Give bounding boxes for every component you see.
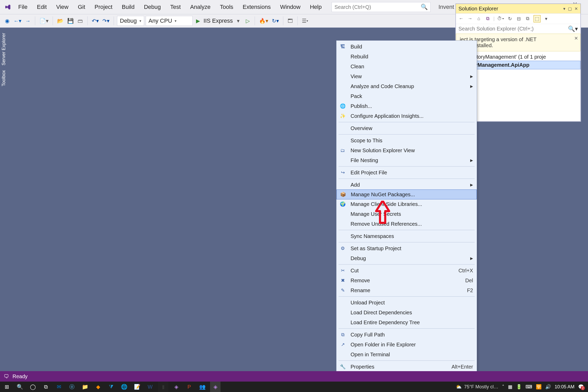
context-menu-item[interactable]: ✂CutCtrl+X — [336, 266, 477, 275]
context-menu-item[interactable]: Add▶ — [336, 180, 477, 190]
context-menu-item[interactable]: 🌍Manage Client-Side Libraries... — [336, 199, 477, 209]
context-menu-item[interactable]: ↪Edit Project File — [336, 168, 477, 177]
edge-icon[interactable]: ⓔ — [67, 382, 77, 392]
context-menu-item[interactable]: File Nesting▶ — [336, 155, 477, 165]
show-all-icon[interactable]: ⧉ — [525, 15, 531, 22]
tray-drive-icon[interactable]: ▦ — [508, 384, 512, 390]
tray-notifications-icon[interactable]: 💬2 — [578, 384, 584, 390]
global-search[interactable]: 🔍 — [332, 2, 431, 12]
refresh-icon[interactable]: ↻ — [507, 15, 513, 22]
overflow-icon[interactable]: ☰ ▾ — [301, 16, 309, 25]
fwd-icon[interactable]: → — [467, 15, 473, 22]
caret-down-icon[interactable]: ▾ — [543, 15, 549, 22]
context-menu-item[interactable]: 🗂New Solution Explorer View — [336, 145, 477, 155]
menu-analyze[interactable]: Analyze — [185, 0, 215, 14]
tray-input-icon[interactable]: ⌨ — [525, 384, 532, 390]
context-menu-item[interactable]: Analyze and Code Cleanup▶ — [336, 81, 477, 91]
solution-explorer-search-input[interactable] — [458, 26, 566, 32]
menu-file[interactable]: File — [14, 0, 32, 14]
server-explorer-tab[interactable]: Server Explorer — [1, 33, 7, 65]
context-menu-item[interactable]: Debug▶ — [336, 253, 477, 263]
context-menu-item[interactable]: ✎RenameF2 — [336, 285, 477, 295]
statusbar-output-icon[interactable]: 🗨 — [4, 373, 9, 379]
tray-time[interactable]: 10:05 AM — [555, 384, 574, 390]
menu-edit[interactable]: Edit — [32, 0, 51, 14]
panel-max-icon[interactable]: ▢ — [568, 6, 572, 11]
teams-icon[interactable]: 👥 — [197, 382, 207, 392]
app-icon[interactable]: ◆ — [93, 382, 103, 392]
global-search-input[interactable] — [334, 4, 421, 10]
context-menu-item[interactable]: 🏗Build — [336, 42, 477, 52]
outlook-icon[interactable]: ✉ — [54, 382, 64, 392]
back-icon[interactable]: ← — [458, 15, 464, 22]
tray-wifi-icon[interactable]: 🛜 — [536, 384, 542, 390]
menu-test[interactable]: Test — [166, 0, 185, 14]
taskview-icon[interactable]: ⧉ — [41, 382, 51, 392]
context-menu-item[interactable]: Load Direct Dependencies — [336, 308, 477, 317]
context-menu-item[interactable]: ⚙Set as Startup Project — [336, 243, 477, 253]
ppt-icon[interactable]: P — [184, 382, 194, 392]
context-menu-item[interactable]: ↗Open Folder in File Explorer — [336, 340, 477, 350]
context-menu-item[interactable]: Open in Terminal — [336, 350, 477, 359]
menu-window[interactable]: Window — [275, 0, 305, 14]
solution-explorer-search[interactable]: 🔍▾ — [456, 24, 580, 34]
terminal-icon[interactable]: ▮ — [158, 382, 168, 392]
context-menu-item[interactable]: 🌐Publish... — [336, 101, 477, 111]
menu-project[interactable]: Project — [90, 0, 117, 14]
context-menu-item[interactable]: Pack — [336, 91, 477, 101]
context-menu-item[interactable]: Overview — [336, 123, 477, 133]
context-menu-item[interactable]: ✨Configure Application Insights... — [336, 111, 477, 121]
notepad-icon[interactable]: 📝 — [132, 382, 142, 392]
menu-debug[interactable]: Debug — [139, 0, 166, 14]
context-menu-item[interactable]: Manage User Secrets — [336, 209, 477, 219]
filter-icon[interactable]: ⏱▾ — [497, 15, 504, 22]
solution-explorer-titlebar[interactable]: Solution Explorer ▾ ▢ ✕ — [456, 4, 580, 13]
panel-close-icon[interactable]: ✕ — [574, 6, 578, 11]
redo-icon[interactable]: ↷▾ — [101, 16, 111, 25]
cortana-icon[interactable]: ◯ — [28, 382, 38, 392]
loop-icon[interactable]: ↻▾ — [271, 16, 280, 25]
tray-chevron-icon[interactable]: ˄ — [502, 384, 504, 390]
menu-tools[interactable]: Tools — [215, 0, 238, 14]
menu-extensions[interactable]: Extensions — [238, 0, 275, 14]
context-menu-item[interactable]: 🔧PropertiesAlt+Enter — [336, 362, 477, 372]
hot-reload-icon[interactable]: 🔥▾ — [258, 16, 269, 25]
panel-menu-icon[interactable]: ▾ — [563, 6, 565, 11]
new-item-icon[interactable]: 📄▾ — [38, 16, 50, 25]
open-icon[interactable]: 📂 — [56, 16, 65, 25]
menu-build[interactable]: Build — [117, 0, 139, 14]
search-taskbar-icon[interactable]: 🔍 — [15, 382, 25, 392]
context-menu-item[interactable]: ✖RemoveDel — [336, 275, 477, 285]
start-button[interactable]: ▶ — [194, 16, 202, 25]
explorer-icon[interactable]: 📁 — [80, 382, 90, 392]
home-icon[interactable]: ⌂ — [476, 15, 482, 22]
start-caret-icon[interactable]: ▾ — [234, 16, 242, 25]
switch-views-icon[interactable]: ⧉ — [485, 15, 491, 22]
start-without-debug-icon[interactable]: ▷ — [244, 16, 252, 25]
undo-icon[interactable]: ↶▾ — [91, 16, 100, 25]
vs-icon[interactable]: ◈ — [171, 382, 181, 392]
menu-git[interactable]: Git — [73, 0, 90, 14]
start-button[interactable]: ⊞ — [2, 382, 12, 392]
close-icon[interactable]: ✕ — [574, 35, 578, 41]
preview-selected-icon[interactable]: ⬚ — [534, 15, 541, 22]
taskbar-weather[interactable]: ⛅ 75°F Mostly cl… — [456, 384, 498, 390]
menu-help[interactable]: Help — [305, 0, 326, 14]
context-menu-item[interactable]: ⧉Copy Full Path — [336, 330, 477, 340]
context-menu-item[interactable]: Rebuild — [336, 52, 477, 62]
vscode-icon[interactable]: ⧩ — [106, 382, 116, 392]
tray-battery-icon[interactable]: 🔋 — [516, 384, 522, 390]
platform-combo[interactable]: Any CPU ▾ — [146, 16, 193, 26]
menu-view[interactable]: View — [51, 0, 73, 14]
edge2-icon[interactable]: 🌐 — [119, 382, 129, 392]
context-menu-item[interactable]: Sync Namespaces — [336, 231, 477, 241]
nav-back-button[interactable]: ←▾ — [13, 16, 22, 25]
collapse-icon[interactable]: ⊟ — [516, 15, 522, 22]
nav-back-icon[interactable]: ◉ — [3, 16, 11, 25]
context-menu-item[interactable]: Clean — [336, 62, 477, 71]
tray-volume-icon[interactable]: 🔊 — [545, 384, 551, 390]
toolbox-tab[interactable]: Toolbox — [1, 70, 7, 86]
context-menu-item[interactable]: Scope to This — [336, 136, 477, 145]
config-combo[interactable]: Debug ▾ — [117, 16, 144, 26]
browser-link-icon[interactable]: 🗔 — [286, 16, 294, 25]
